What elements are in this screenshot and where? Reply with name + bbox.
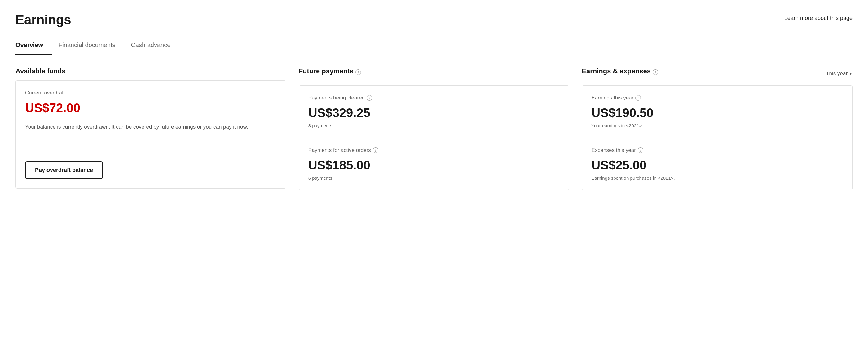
payments-active-label: Payments for active orders i xyxy=(308,147,560,153)
overdraft-card: Current overdraft US$72.00 Your balance … xyxy=(16,80,286,189)
earnings-expenses-title: Earnings & expenses i xyxy=(582,67,658,75)
payments-clearing-label: Payments being cleared i xyxy=(308,95,560,101)
available-funds-column: Available funds Current overdraft US$72.… xyxy=(16,67,286,189)
tab-cash-advance[interactable]: Cash advance xyxy=(131,37,180,55)
expenses-this-year-section: Expenses this year i US$25.00 Earnings s… xyxy=(582,137,852,190)
earnings-expenses-header: Earnings & expenses i This year ▼ xyxy=(582,67,852,80)
future-payments-header: Future payments i xyxy=(299,67,569,80)
expenses-this-year-amount: US$25.00 xyxy=(591,158,843,172)
earnings-this-year-section: Earnings this year i US$190.50 Your earn… xyxy=(582,86,852,137)
future-payments-info-icon[interactable]: i xyxy=(355,69,361,75)
earnings-expenses-info-icon[interactable]: i xyxy=(653,69,658,75)
earnings-this-year-amount: US$190.50 xyxy=(591,106,843,120)
future-payments-card: Payments being cleared i US$329.25 8 pay… xyxy=(299,85,569,190)
chevron-down-icon: ▼ xyxy=(849,71,852,76)
expenses-this-year-sublabel: Earnings spent on purchases in <2021>. xyxy=(591,176,843,181)
page-title: Earnings xyxy=(16,12,71,27)
payments-clearing-amount: US$329.25 xyxy=(308,106,560,120)
payments-active-amount: US$185.00 xyxy=(308,158,560,172)
payments-clearing-sublabel: 8 payments. xyxy=(308,123,560,128)
payments-clearing-info-icon[interactable]: i xyxy=(367,95,372,101)
tab-overview[interactable]: Overview xyxy=(16,37,52,55)
overdraft-amount: US$72.00 xyxy=(25,101,277,115)
page-header: Earnings Learn more about this page xyxy=(16,12,852,27)
overdraft-description: Your balance is currently overdrawn. It … xyxy=(25,123,277,131)
main-grid: Available funds Current overdraft US$72.… xyxy=(16,67,852,190)
pay-overdraft-button[interactable]: Pay overdraft balance xyxy=(25,161,103,179)
earnings-this-year-info-icon[interactable]: i xyxy=(635,95,641,101)
tab-financial-documents[interactable]: Financial documents xyxy=(59,37,125,55)
earnings-this-year-label: Earnings this year i xyxy=(591,95,843,101)
payments-active-section: Payments for active orders i US$185.00 6… xyxy=(299,137,569,190)
available-funds-title: Available funds xyxy=(16,67,286,75)
future-payments-column: Future payments i Payments being cleared… xyxy=(299,67,569,190)
this-year-dropdown[interactable]: This year ▼ xyxy=(826,71,852,77)
payments-active-info-icon[interactable]: i xyxy=(373,148,378,153)
expenses-this-year-info-icon[interactable]: i xyxy=(638,148,643,153)
payments-clearing-section: Payments being cleared i US$329.25 8 pay… xyxy=(299,86,569,137)
future-payments-title: Future payments i xyxy=(299,67,361,75)
expenses-this-year-label: Expenses this year i xyxy=(591,147,843,153)
payments-active-sublabel: 6 payments. xyxy=(308,176,560,181)
earnings-expenses-card: Earnings this year i US$190.50 Your earn… xyxy=(582,85,852,190)
overdraft-card-label: Current overdraft xyxy=(25,90,277,96)
learn-more-link[interactable]: Learn more about this page xyxy=(784,12,852,21)
tabs-bar: Overview Financial documents Cash advanc… xyxy=(16,37,852,55)
earnings-this-year-sublabel: Your earnings in <2021>. xyxy=(591,123,843,128)
earnings-expenses-column: Earnings & expenses i This year ▼ Earnin… xyxy=(582,67,852,190)
